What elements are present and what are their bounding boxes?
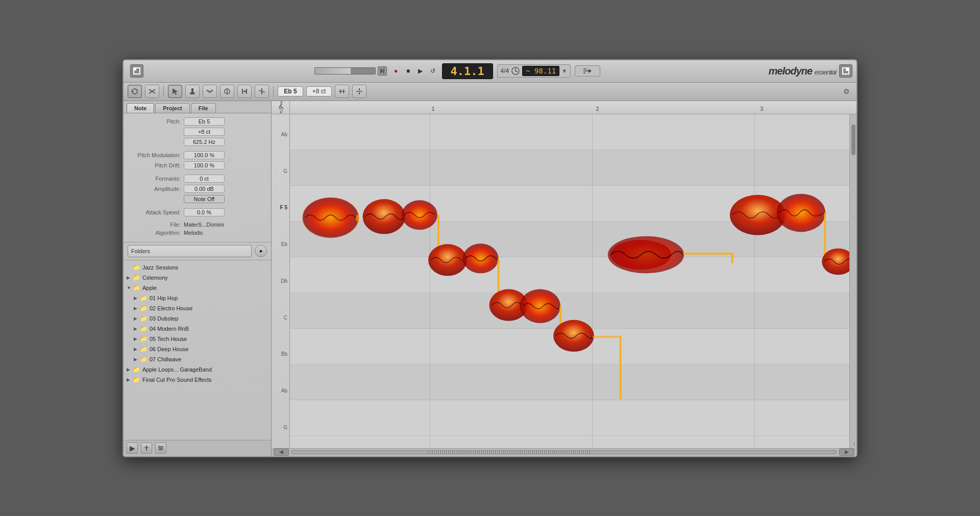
note-off-button[interactable]: Note Off (184, 195, 225, 203)
right-scrollbar[interactable]: ↕ (849, 114, 856, 448)
folder-icon-04-modern-rnb: 📁 (140, 325, 148, 332)
pitch-label-c: C (272, 300, 289, 335)
toolbar-separator-1 (163, 86, 164, 96)
label-celemony: Celemony (142, 275, 168, 281)
scroll-left-button[interactable] (274, 449, 289, 456)
svg-marker-53 (279, 450, 283, 454)
svg-marker-19 (244, 90, 246, 93)
pitch-hz-value: 625.2 Hz (184, 138, 225, 146)
record-button[interactable]: ● (391, 66, 401, 76)
tree-item-final-cut-pro[interactable]: ▶ 📁 Final Cut Pro Sound Effects (124, 375, 271, 385)
left-panel-bottom-controls: ▶ (124, 440, 271, 456)
tree-item-04-modern-rnb[interactable]: ▶ 📁 04 Modern RnB (124, 324, 271, 334)
label-07-chillwave: 07 Chillwave (150, 356, 181, 362)
progress-bar[interactable] (314, 67, 376, 75)
file-label: File: (128, 222, 184, 228)
note-blob-9[interactable] (608, 236, 684, 273)
waveform-tool-button[interactable] (203, 85, 217, 98)
settings-bottom-button[interactable] (155, 443, 166, 454)
tree-item-celemony[interactable]: ▶ 📁 Celemony (124, 273, 271, 283)
arrow-05-tech-house: ▶ (134, 336, 140, 341)
browse-circle-button[interactable]: ● (255, 245, 267, 257)
settings-button[interactable]: ⚙ (840, 85, 852, 97)
pitch-hz-row: 625.2 Hz (128, 138, 267, 146)
window-icon-area (128, 64, 146, 78)
browser-mode-select[interactable]: Folders Search (128, 245, 252, 257)
note-blob-1[interactable] (303, 197, 359, 237)
svg-marker-2 (380, 68, 383, 74)
svg-rect-1 (134, 68, 136, 70)
label-06-deep-house: 06 Deep House (150, 346, 188, 352)
note-blob-7[interactable] (520, 289, 560, 323)
select-tool-button[interactable] (168, 85, 182, 98)
tree-item-06-deep-house[interactable]: ▶ 📁 06 Deep House (124, 344, 271, 354)
amplitude-value: 0.00 dB (184, 185, 225, 193)
top-right-button[interactable] (839, 64, 852, 78)
tree-item-apple[interactable]: ▼ 📁 Apple (124, 283, 271, 293)
stop-button[interactable]: ■ (403, 66, 413, 76)
label-01-hip-hop: 01 Hip Hop (150, 295, 178, 301)
loop-button[interactable]: ↺ (428, 66, 438, 76)
note-blob-5[interactable] (463, 243, 499, 273)
tree-item-02-electro-house[interactable]: ▶ 📁 02 Electro House (124, 303, 271, 313)
tab-project[interactable]: Project (155, 103, 189, 113)
note-blob-2[interactable] (362, 199, 405, 234)
right-scrollbar-thumb[interactable] (851, 125, 855, 155)
label-apple-loops: Apple Loops... GarageBand (142, 366, 212, 373)
pitch-label-f5: F 5 (272, 190, 289, 226)
pitch-label-db: Db (272, 263, 289, 299)
label-final-cut-pro: Final Cut Pro Sound Effects (142, 377, 212, 383)
tree-item-01-hip-hop[interactable]: ▶ 📁 01 Hip Hop (124, 293, 271, 303)
tool-pitch-button[interactable] (145, 85, 159, 98)
formants-value: 0 ct (184, 175, 225, 183)
note-blob-11[interactable] (777, 193, 826, 232)
pitch-tool-button[interactable] (185, 85, 200, 98)
pitch-offset-value: +8 ct (184, 128, 225, 136)
zoom-button[interactable] (575, 65, 600, 77)
scroll-arrow-down[interactable]: ↕ (853, 440, 855, 446)
scroll-right-button[interactable] (839, 449, 854, 456)
quantize-button[interactable] (335, 85, 349, 98)
formants-row: Formants: 0 ct (128, 175, 267, 183)
formant-tool-button[interactable] (220, 85, 234, 98)
tree-item-03-dubstep[interactable]: ▶ 📁 03 Dubstep (124, 313, 271, 324)
app-logo: melodyne essential (769, 65, 836, 77)
svg-point-41 (463, 243, 499, 273)
svg-marker-11 (173, 88, 178, 95)
note-blob-12[interactable] (822, 248, 849, 275)
arrow-03-dubstep: ▶ (134, 316, 140, 321)
play-button[interactable]: ▶ (415, 66, 426, 76)
note-blob-3[interactable] (402, 200, 437, 230)
scroll-thumb[interactable] (428, 451, 591, 454)
pitch-display: Eb 5 (278, 86, 303, 96)
note-drop-line-4 (620, 335, 622, 399)
arrow-01-hip-hop: ▶ (134, 296, 140, 301)
progress-end-button[interactable] (378, 66, 387, 76)
tree-item-jazz-sessions[interactable]: 📁 Jazz Sessions (124, 262, 271, 273)
ruler-mark-2: 2 (596, 106, 599, 112)
svg-marker-54 (845, 450, 849, 454)
note-blob-8[interactable] (553, 320, 594, 351)
play-bottom-button[interactable]: ▶ (127, 443, 138, 454)
grid-area[interactable] (290, 114, 849, 448)
scroll-track[interactable] (291, 450, 837, 454)
distribute-button[interactable] (352, 85, 366, 98)
pitch-label-eb: Eb (272, 227, 289, 262)
svg-point-44 (553, 320, 594, 351)
bottom-scrollbar[interactable] (272, 448, 856, 456)
tab-note[interactable]: Note (127, 103, 154, 113)
pitch-value: Eb 5 (184, 117, 225, 126)
tree-item-05-tech-house[interactable]: ▶ 📁 05 Tech House (124, 334, 271, 344)
tool-loop-button[interactable] (128, 85, 142, 98)
split-tool-button[interactable] (255, 85, 269, 98)
folder-icon-apple: 📁 (133, 284, 140, 291)
timing-tool-button[interactable] (237, 85, 252, 98)
tree-item-apple-loops[interactable]: ▶ 📁 Apple Loops... GarageBand (124, 364, 271, 375)
tab-file[interactable]: File (191, 103, 216, 113)
folder-icon-final-cut-pro: 📁 (133, 376, 140, 383)
tree-item-07-chillwave[interactable]: ▶ 📁 07 Chillwave (124, 354, 271, 364)
algorithm-row: Algorithm: Melodic (128, 230, 267, 236)
window-icon[interactable] (130, 64, 143, 78)
note-blob-4[interactable] (428, 244, 467, 276)
metronome-bottom-button[interactable] (141, 443, 152, 454)
